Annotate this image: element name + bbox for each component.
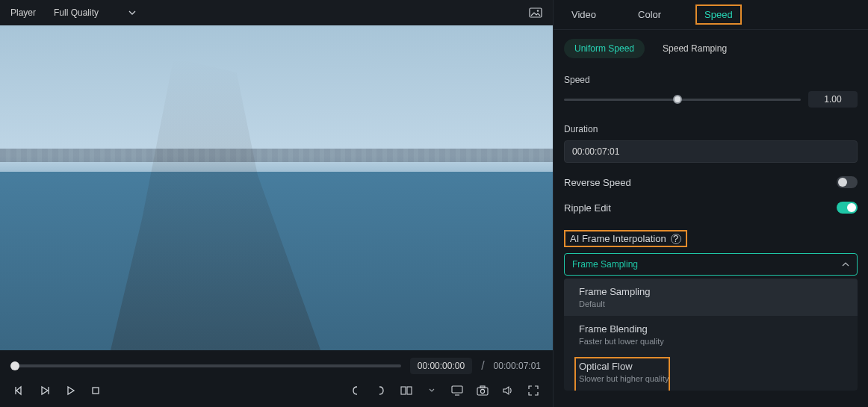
uniform-speed-pill[interactable]: Uniform Speed [564, 39, 645, 58]
speed-slider-row: 1.00 [564, 91, 858, 108]
option-frame-sampling[interactable]: Frame Sampling Default [564, 279, 858, 316]
duration-input[interactable]: 00:00:07:01 [564, 140, 858, 163]
ai-frame-interpolation-heading: AI Frame Interpolation ? [564, 230, 687, 247]
svg-point-7 [480, 389, 484, 393]
ripple-edit-toggle[interactable] [837, 202, 858, 214]
fullscreen-icon[interactable] [526, 383, 541, 398]
quality-value: Full Quality [54, 7, 99, 18]
option-subtitle: Slower but higher quality [579, 374, 843, 383]
video-preview[interactable] [0, 25, 553, 350]
option-subtitle: Faster but lower quality [579, 337, 843, 346]
total-time: 00:00:07:01 [494, 361, 541, 371]
properties-panel: Video Color Speed Uniform Speed Speed Ra… [553, 0, 868, 407]
quality-dropdown[interactable]: Full Quality [54, 7, 136, 18]
reverse-speed-label: Reverse Speed [564, 177, 631, 188]
stop-button[interactable] [88, 383, 103, 398]
svg-rect-4 [407, 387, 412, 394]
speed-ramping-pill[interactable]: Speed Ramping [652, 39, 737, 58]
option-optical-flow[interactable]: Optical Flow Slower but higher quality [564, 353, 858, 391]
play-button[interactable] [63, 383, 78, 398]
play-forward-button[interactable] [37, 383, 52, 398]
mark-out-icon[interactable] [373, 383, 388, 398]
player-top-bar: Player Full Quality [0, 0, 553, 25]
help-icon[interactable]: ? [671, 234, 681, 244]
mark-in-icon[interactable] [348, 383, 363, 398]
tab-row: Video Color Speed [554, 0, 868, 30]
duration-label: Duration [564, 124, 858, 134]
svg-rect-2 [93, 388, 99, 394]
option-subtitle: Default [579, 299, 843, 308]
tab-color[interactable]: Color [630, 4, 669, 25]
option-title: Optical Flow [579, 361, 843, 372]
option-title: Frame Blending [579, 323, 843, 335]
display-icon[interactable] [450, 383, 465, 398]
ripple-edit-label: Ripple Edit [564, 202, 611, 214]
speed-slider[interactable] [564, 99, 801, 101]
chevron-down-icon [128, 10, 136, 15]
camera-icon[interactable] [475, 383, 490, 398]
option-frame-blending[interactable]: Frame Blending Faster but lower quality [564, 316, 858, 353]
chevron-down-icon[interactable] [424, 383, 439, 398]
svg-rect-5 [452, 386, 462, 393]
speed-value[interactable]: 1.00 [808, 91, 858, 108]
speed-label: Speed [564, 75, 858, 85]
tab-video[interactable]: Video [564, 4, 604, 25]
ai-frame-interpolation-label: AI Frame Interpolation [570, 233, 666, 244]
compare-icon[interactable] [399, 383, 414, 398]
snapshot-icon[interactable] [529, 7, 542, 18]
panel-body: Speed 1.00 Duration 00:00:07:01 Reverse … [554, 61, 868, 407]
prev-frame-button[interactable] [12, 383, 27, 398]
ripple-edit-row: Ripple Edit [564, 202, 858, 214]
svg-point-1 [537, 10, 539, 11]
player-label: Player [10, 7, 36, 18]
reverse-speed-row: Reverse Speed [564, 176, 858, 188]
svg-rect-8 [480, 386, 485, 388]
playhead[interactable] [10, 361, 19, 370]
scrub-row: 00:00:00:00 / 00:00:07:01 [12, 358, 541, 374]
tab-speed[interactable]: Speed [695, 4, 742, 25]
current-time[interactable]: 00:00:00:00 [410, 358, 472, 374]
interpolation-options: Frame Sampling Default Frame Blending Fa… [564, 279, 858, 391]
interpolation-selected: Frame Sampling [572, 259, 638, 270]
speed-mode-segmented: Uniform Speed Speed Ramping [554, 30, 868, 61]
chevron-up-icon [842, 262, 849, 267]
option-title: Frame Sampling [579, 286, 843, 297]
svg-rect-6 [477, 388, 488, 395]
player-controls-bar: 00:00:00:00 / 00:00:07:01 [0, 350, 553, 407]
svg-rect-3 [401, 387, 406, 394]
transport-controls [12, 383, 541, 398]
reverse-speed-toggle[interactable] [837, 176, 858, 188]
volume-icon[interactable] [500, 383, 515, 398]
scrub-track[interactable] [12, 364, 401, 367]
speed-slider-thumb[interactable] [673, 95, 682, 104]
player-panel: Player Full Quality 00:00:00:00 / 00:00:… [0, 0, 553, 407]
interpolation-select[interactable]: Frame Sampling [564, 253, 858, 276]
